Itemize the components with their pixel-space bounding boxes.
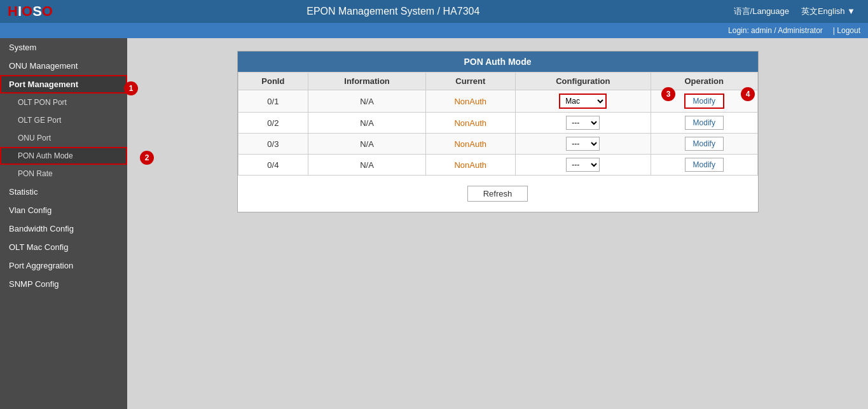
cell-configuration: Mac--- — [515, 155, 651, 176]
page-title: EPON Management System / HA7304 — [307, 6, 479, 17]
header-bottom: Login: admin / Administrator | Logout — [0, 23, 868, 38]
table-row: 0/1N/ANonAuthMac---Option2Modify — [238, 90, 757, 113]
sidebar-item-system[interactable]: System — [0, 38, 127, 57]
col-current: Current — [425, 73, 515, 90]
table-row: 0/3N/ANonAuthMac---Modify — [238, 134, 757, 155]
cell-information: N/A — [308, 90, 426, 113]
sidebar-item-port-management[interactable]: Port Management — [0, 75, 127, 94]
table-row: 0/4N/ANonAuthMac---Modify — [238, 155, 757, 176]
language-selector[interactable]: 语言/Language 英文English ▼ — [734, 6, 860, 17]
sidebar-item-olt-mac-config[interactable]: OLT Mac Config — [0, 238, 127, 256]
refresh-button[interactable]: Refresh — [467, 186, 528, 202]
language-value[interactable]: 英文English ▼ — [801, 6, 855, 16]
config-select-0-3[interactable]: Mac--- — [566, 137, 600, 151]
cell-configuration: Mac---Option2 — [515, 90, 651, 113]
table-title: PON Auth Mode — [238, 52, 758, 72]
col-information: Information — [308, 73, 426, 90]
cell-current: NonAuth — [425, 90, 515, 113]
header-top: HIOSO EPON Management System / HA7304 语言… — [0, 0, 868, 23]
cell-operation: Modify — [651, 134, 757, 155]
cell-current: NonAuth — [425, 155, 515, 176]
sidebar-item-vlan-config[interactable]: Vlan Config — [0, 201, 127, 219]
modify-button-0-4[interactable]: Modify — [685, 158, 724, 172]
modify-button-0-3[interactable]: Modify — [685, 137, 724, 151]
pon-auth-mode-table: PonId Information Current Configuration … — [238, 72, 758, 176]
cell-operation: Modify — [651, 155, 757, 176]
sidebar-item-olt-pon-port[interactable]: OLT PON Port — [0, 94, 127, 111]
badge-1: 1 — [124, 81, 138, 95]
sidebar-item-port-aggregration[interactable]: Port Aggregration — [0, 256, 127, 275]
cell-current: NonAuth — [425, 134, 515, 155]
cell-ponid: 0/4 — [238, 155, 308, 176]
refresh-area: Refresh — [238, 176, 758, 212]
language-label: 语言/Language — [734, 6, 789, 16]
col-ponid: PonId — [238, 73, 308, 90]
badge-4: 4 — [741, 87, 755, 101]
cell-information: N/A — [308, 113, 426, 134]
sidebar-item-onu-management[interactable]: ONU Management — [0, 57, 127, 75]
cell-ponid: 0/1 — [238, 90, 308, 113]
col-configuration: Configuration — [515, 73, 651, 90]
table-row: 0/2N/ANonAuthMac---Modify — [238, 113, 757, 134]
content-area: PON Auth Mode PonId Information Current … — [127, 38, 868, 409]
cell-configuration: Mac--- — [515, 134, 651, 155]
cell-ponid: 0/2 — [238, 113, 308, 134]
config-select-0-1[interactable]: Mac---Option2 — [559, 94, 607, 109]
cell-ponid: 0/3 — [238, 134, 308, 155]
sidebar: System ONU Management Port Management OL… — [0, 38, 127, 409]
config-select-0-4[interactable]: Mac--- — [566, 158, 600, 172]
cell-operation: Modify — [651, 113, 757, 134]
cell-current: NonAuth — [425, 113, 515, 134]
sidebar-item-olt-ge-port[interactable]: OLT GE Port — [0, 111, 127, 129]
sidebar-item-pon-auth-mode[interactable]: PON Auth Mode — [0, 147, 127, 165]
sidebar-item-snmp-config[interactable]: SNMP Config — [0, 275, 127, 293]
badge-3: 3 — [661, 87, 675, 101]
login-info: Login: admin / Administrator — [728, 26, 823, 35]
modify-button-0-2[interactable]: Modify — [685, 116, 724, 130]
badge-2: 2 — [140, 151, 154, 165]
logo: HIOSO — [8, 3, 53, 20]
pon-auth-mode-table-container: PON Auth Mode PonId Information Current … — [237, 51, 759, 212]
sidebar-item-pon-rate[interactable]: PON Rate — [0, 165, 127, 183]
cell-configuration: Mac--- — [515, 113, 651, 134]
config-select-0-2[interactable]: Mac--- — [566, 116, 600, 130]
logout-link[interactable]: | Logout — [833, 26, 860, 35]
modify-button-0-1[interactable]: Modify — [684, 94, 724, 109]
cell-information: N/A — [308, 134, 426, 155]
cell-information: N/A — [308, 155, 426, 176]
sidebar-item-statistic[interactable]: Statistic — [0, 183, 127, 201]
sidebar-item-onu-port[interactable]: ONU Port — [0, 129, 127, 147]
sidebar-item-bandwidth-config[interactable]: Bandwidth Config — [0, 219, 127, 238]
